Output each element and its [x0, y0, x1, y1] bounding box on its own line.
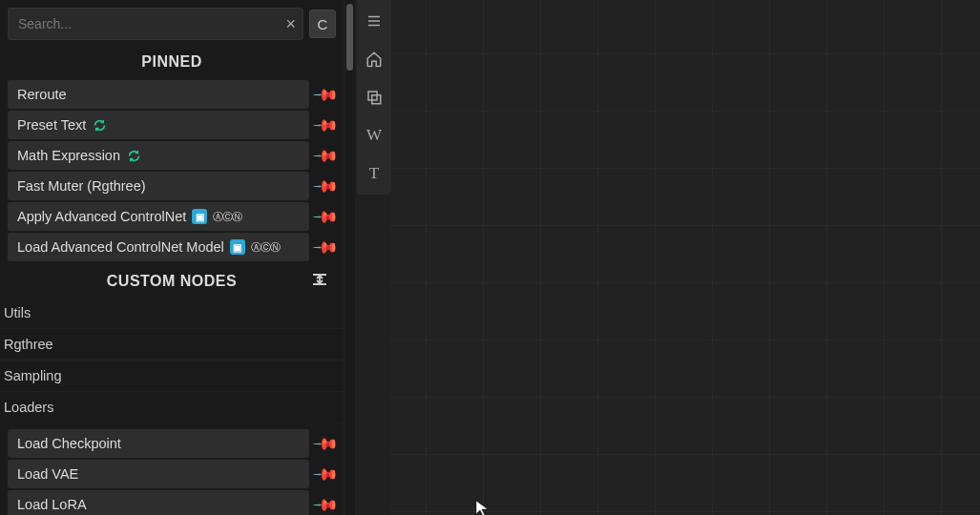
- pin-ghost-icon[interactable]: 📌: [311, 490, 340, 515]
- loader-item: Load VAE 📌: [8, 460, 336, 488]
- sidebar-scrollbar-track[interactable]: [345, 0, 355, 515]
- custom-category-loaders[interactable]: Loaders: [0, 392, 344, 423]
- custom-nodes-title: CUSTOM NODES: [107, 273, 237, 290]
- refresh-badge-icon: [92, 117, 107, 133]
- loaders-sublist: Load Checkpoint 📌 Load VAE 📌 Load LoRA 📌: [0, 425, 344, 515]
- pinned-node-preset-text[interactable]: Preset Text: [8, 111, 309, 139]
- pinned-node-load-controlnet-model[interactable]: Load Advanced ControlNet Model ▣ ⒶⒸⓃ: [8, 233, 309, 261]
- w-button[interactable]: W: [361, 122, 387, 149]
- acn-badge-icon: ⒶⒸⓃ: [213, 210, 241, 224]
- home-icon[interactable]: [361, 46, 387, 72]
- pin-ghost-icon[interactable]: 📌: [311, 429, 340, 458]
- pinned-item: Fast Muter (Rgthree) 📌: [8, 172, 336, 200]
- pinned-node-apply-controlnet[interactable]: Apply Advanced ControlNet ▣ ⒶⒸⓃ: [8, 202, 309, 231]
- pin-icon[interactable]: 📌: [311, 233, 340, 261]
- pinned-item: Reroute 📌: [8, 80, 336, 109]
- clear-search-icon[interactable]: ×: [285, 14, 296, 34]
- pin-icon[interactable]: 📌: [311, 202, 340, 231]
- node-pack-badge-icon: ▣: [192, 209, 207, 224]
- pinned-node-math-expression[interactable]: Math Expression: [8, 141, 309, 170]
- pinned-item: Math Expression 📌: [8, 141, 336, 170]
- search-box: ×: [8, 8, 303, 40]
- pinned-label-text: Apply Advanced ControlNet: [17, 209, 186, 224]
- pinned-item: Apply Advanced ControlNet ▣ ⒶⒸⓃ 📌: [8, 202, 336, 231]
- loader-item: Load LoRA 📌: [8, 490, 336, 515]
- pinned-header: PINNED: [0, 48, 344, 76]
- pinned-list: Reroute 📌 Preset Text 📌 Math Expression …: [0, 76, 344, 267]
- pinned-label-text: Load Advanced ControlNet Model: [17, 239, 224, 255]
- collapse-icon[interactable]: [311, 273, 328, 290]
- node-sidebar: × C PINNED Reroute 📌 Preset Text 📌 Math …: [0, 0, 344, 515]
- canvas-toolbar: W T: [357, 0, 391, 195]
- pinned-label-text: Preset Text: [17, 117, 86, 133]
- pin-icon[interactable]: 📌: [311, 111, 340, 139]
- t-button[interactable]: T: [361, 160, 387, 187]
- pinned-label-text: Reroute: [17, 87, 67, 102]
- pin-icon[interactable]: 📌: [311, 80, 340, 109]
- search-row: × C: [0, 0, 344, 48]
- node-canvas[interactable]: [391, 0, 980, 515]
- search-input[interactable]: [8, 8, 303, 40]
- node-pack-badge-icon: ▣: [230, 239, 245, 255]
- pinned-node-reroute[interactable]: Reroute: [8, 80, 309, 109]
- loader-load-lora[interactable]: Load LoRA: [8, 490, 309, 515]
- pinned-item: Load Advanced ControlNet Model ▣ ⒶⒸⓃ 📌: [8, 233, 336, 261]
- pinned-item: Preset Text 📌: [8, 111, 336, 139]
- pin-icon[interactable]: 📌: [311, 172, 340, 200]
- custom-category-rgthree[interactable]: Rgthree: [0, 329, 344, 360]
- custom-category-utils[interactable]: Utils: [0, 298, 344, 329]
- custom-category-sampling[interactable]: Sampling: [0, 360, 344, 392]
- pinned-label-text: Fast Muter (Rgthree): [17, 178, 146, 194]
- c-button[interactable]: C: [309, 10, 336, 38]
- refresh-badge-icon: [126, 148, 141, 163]
- custom-nodes-list: Utils Rgthree Sampling Loaders: [0, 296, 344, 425]
- pinned-label-text: Math Expression: [17, 148, 120, 163]
- hamburger-menu-icon[interactable]: [361, 8, 387, 34]
- pin-icon[interactable]: 📌: [311, 141, 340, 170]
- pin-ghost-icon[interactable]: 📌: [311, 460, 340, 488]
- loader-load-vae[interactable]: Load VAE: [8, 460, 309, 488]
- custom-nodes-header: CUSTOM NODES: [0, 267, 344, 296]
- loader-load-checkpoint[interactable]: Load Checkpoint: [8, 429, 309, 458]
- pinned-node-fast-muter[interactable]: Fast Muter (Rgthree): [8, 172, 309, 200]
- sidebar-scrollbar-thumb[interactable]: [346, 4, 353, 71]
- loader-item: Load Checkpoint 📌: [8, 429, 336, 458]
- copy-icon[interactable]: [361, 84, 387, 111]
- acn-badge-icon: ⒶⒸⓃ: [251, 240, 280, 255]
